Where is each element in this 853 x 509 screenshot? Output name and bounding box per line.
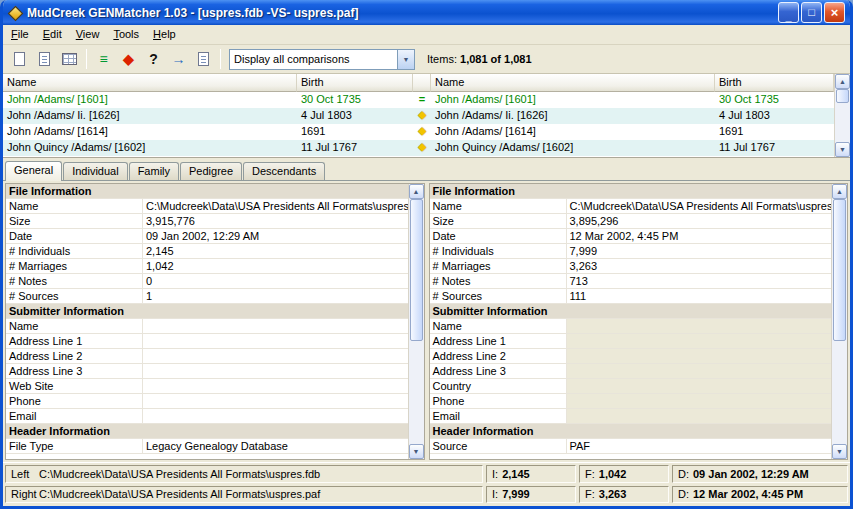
report-button[interactable] — [191, 47, 216, 71]
list-rows: John /Adams/ [1601]30 Oct 1735=John /Ada… — [3, 92, 834, 156]
section-header-label: File Information — [9, 185, 92, 197]
items-count-label: Items: — [427, 53, 457, 65]
maximize-button[interactable]: □ — [801, 2, 822, 23]
window-title: MudCreek GENMatcher 1.03 - [uspres.fdb -… — [27, 6, 778, 20]
status-field-label: D: — [678, 468, 689, 480]
info-row: # Marriages1,042 — [6, 259, 408, 274]
right-panel-scroll-thumb[interactable] — [833, 199, 846, 341]
right-panel-scrollbar[interactable]: ▲ ▼ — [831, 184, 847, 459]
status-families-cell: F:1,042 — [579, 465, 669, 483]
show-matches-button[interactable]: ≡ — [91, 47, 116, 71]
new-file-button[interactable] — [7, 47, 32, 71]
info-value — [567, 409, 832, 423]
match-status-icon: ◆ — [413, 140, 431, 156]
menu-item-help[interactable]: Help — [146, 26, 183, 43]
show-conflicts-button[interactable]: ◆ — [116, 47, 141, 71]
section-header-label: Submitter Information — [9, 305, 124, 317]
minimize-button[interactable]: _ — [778, 2, 799, 23]
right-panel-scroll-track[interactable] — [832, 199, 847, 444]
comparison-row[interactable]: John Quincy /Adams/ [1602]11 Jul 1767◆Jo… — [3, 140, 834, 156]
info-value: 7,999 — [567, 244, 832, 258]
show-unknown-button[interactable]: ? — [141, 47, 166, 71]
status-field-value: 2,145 — [502, 468, 530, 480]
menu-item-tools[interactable]: Tools — [106, 26, 146, 43]
comparison-row[interactable]: John /Adams/ [1601]30 Oct 1735=John /Ada… — [3, 92, 834, 108]
status-side-label: Left — [11, 468, 39, 480]
right-birth-column-header[interactable]: Birth — [715, 74, 834, 92]
info-row: Address Line 3 — [6, 364, 408, 379]
info-value — [567, 379, 832, 393]
info-label: Date — [6, 229, 143, 243]
info-row: Name — [430, 319, 832, 334]
left-panel-scroll-track[interactable] — [409, 199, 424, 444]
items-counter: Items: 1,081 of 1,081 — [427, 53, 532, 65]
right-birth-cell: 1691 — [715, 124, 834, 140]
info-row: Phone — [6, 394, 408, 409]
info-label: # Notes — [430, 274, 567, 288]
comparison-row[interactable]: John /Adams/ Ii. [1626]4 Jul 1803◆John /… — [3, 108, 834, 124]
left-panel-scroll-down-button[interactable]: ▼ — [409, 444, 424, 459]
tab-pedigree[interactable]: Pedigree — [180, 162, 242, 180]
menu-item-view[interactable]: View — [69, 26, 107, 43]
tab-family[interactable]: Family — [129, 162, 179, 180]
items-count-value: 1,081 of 1,081 — [460, 53, 532, 65]
info-value: 1,042 — [143, 259, 408, 273]
goto-match-button[interactable]: → — [166, 47, 191, 71]
list-scroll-down-button[interactable]: ▼ — [835, 142, 850, 157]
info-label: # Sources — [430, 289, 567, 303]
file-properties-button[interactable] — [32, 47, 57, 71]
right-birth-cell: 30 Oct 1735 — [715, 92, 834, 108]
info-value: 713 — [567, 274, 832, 288]
grid-icon — [62, 53, 77, 65]
status-field-label: D: — [678, 488, 689, 500]
status-side-label: Right — [11, 488, 39, 500]
status-row: RightC:\Mudcreek\Data\USA Presidents All… — [5, 486, 848, 504]
info-label: Phone — [430, 394, 567, 408]
grid-view-button[interactable] — [57, 47, 82, 71]
info-label: Address Line 3 — [6, 364, 143, 378]
menu-item-edit[interactable]: Edit — [36, 26, 69, 43]
tab-general[interactable]: General — [5, 161, 62, 181]
info-label: # Individuals — [6, 244, 143, 258]
left-panel-scroll-thumb[interactable] — [410, 199, 423, 341]
right-name-column-header[interactable]: Name — [431, 74, 715, 92]
right-panel-scroll-up-button[interactable]: ▲ — [832, 184, 847, 199]
left-panel-scroll-up-button[interactable]: ▲ — [409, 184, 424, 199]
info-row: Web Site — [6, 379, 408, 394]
file-properties-icon — [39, 52, 50, 66]
status-families-cell: F:3,263 — [579, 486, 669, 504]
window-controls: _ □ × — [778, 2, 845, 23]
info-row: Address Line 2 — [6, 349, 408, 364]
tab-individual[interactable]: Individual — [63, 162, 127, 180]
comparison-filter-select[interactable]: Display all comparisons ▼ — [229, 49, 415, 70]
left-name-column-header[interactable]: Name — [3, 74, 297, 92]
info-value — [567, 394, 832, 408]
list-scroll-thumb[interactable] — [836, 89, 849, 103]
list-scroll-track[interactable] — [835, 89, 850, 142]
list-header: Name Birth Name Birth — [3, 74, 834, 92]
right-panel-scroll-down-button[interactable]: ▼ — [832, 444, 847, 459]
comparison-row[interactable]: John /Adams/ [1614]1691◆John /Adams/ [16… — [3, 124, 834, 140]
list-vertical-scrollbar[interactable]: ▲ ▼ — [834, 74, 850, 157]
status-field-label: I: — [492, 488, 498, 500]
info-value: Legacy Genealogy Database — [143, 439, 408, 453]
info-row: Phone — [430, 394, 832, 409]
left-panel-scrollbar[interactable]: ▲ ▼ — [408, 184, 424, 459]
info-row: # Sources1 — [6, 289, 408, 304]
status-individuals-cell: I:7,999 — [486, 486, 576, 504]
combo-dropdown-button[interactable]: ▼ — [397, 50, 414, 69]
info-row: Date12 Mar 2002, 4:45 PM — [430, 229, 832, 244]
info-value: 09 Jan 2002, 12:29 AM — [143, 229, 408, 243]
status-file-path: C:\Mudcreek\Data\USA Presidents All Form… — [39, 468, 320, 480]
status-individuals-cell: I:2,145 — [486, 465, 576, 483]
left-birth-column-header[interactable]: Birth — [297, 74, 413, 92]
info-value — [143, 409, 408, 423]
tab-descendants[interactable]: Descendants — [243, 162, 325, 180]
right-file-panel: File InformationNameC:\Mudcreek\Data\USA… — [429, 183, 849, 460]
maximize-icon: □ — [808, 7, 815, 18]
menu-item-file[interactable]: File — [4, 26, 36, 43]
info-value: 2,145 — [143, 244, 408, 258]
list-scroll-up-button[interactable]: ▲ — [835, 74, 850, 89]
info-value — [143, 394, 408, 408]
close-button[interactable]: × — [824, 2, 845, 23]
